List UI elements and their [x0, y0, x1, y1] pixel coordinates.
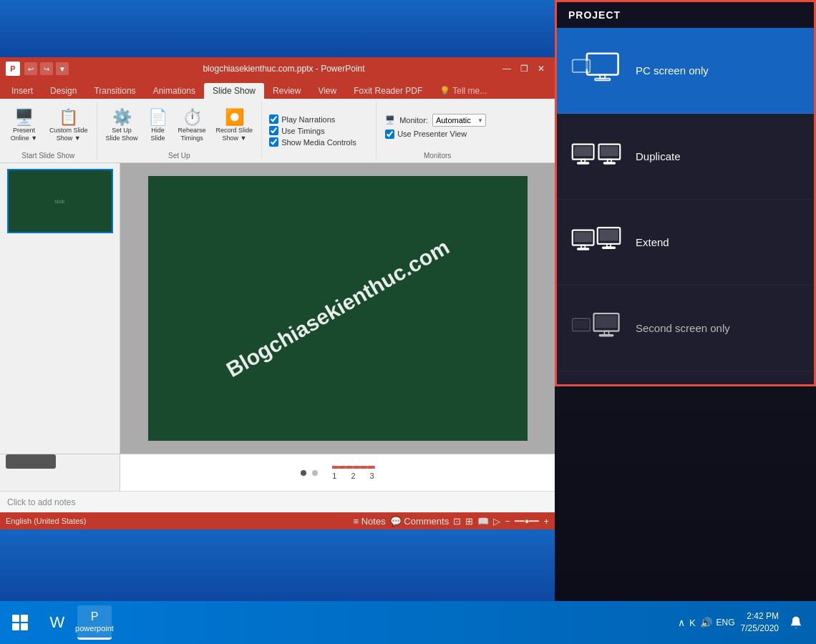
taskbar-word-app[interactable]: W [40, 605, 74, 640]
tab-review[interactable]: Review [264, 83, 309, 99]
play-narrations-check[interactable] [269, 114, 278, 124]
slide-thumbnail-1[interactable]: slide [7, 169, 113, 233]
custom-slide-icon: 📋 [59, 109, 78, 125]
nav-dot-1[interactable] [301, 470, 306, 476]
svg-rect-30 [12, 623, 19, 630]
setup-icon: ⚙️ [112, 109, 132, 125]
hide-slide-button[interactable]: 📄 HideSlide [144, 107, 173, 145]
second-screen-only-icon [571, 309, 621, 348]
svg-rect-27 [599, 334, 613, 336]
powerpoint-window: P ↩ ↪ ▼ blogchiasekienthuc.com.pptx - Po… [0, 57, 555, 530]
tab-animations[interactable]: Animations [145, 83, 204, 99]
ribbon-content: 🖥️ PresentOnline ▼ 📋 Custom SlideShow ▼ … [0, 99, 555, 163]
rehearse-label: RehearseTimings [178, 127, 206, 142]
normal-view-button[interactable]: ⊡ [453, 516, 461, 527]
hide-slide-icon: 📄 [148, 109, 167, 125]
slide-num-1: 1 [332, 472, 336, 480]
play-narrations-row[interactable]: Play Narrations [269, 114, 356, 124]
ribbon-group-monitors: 🖥️ Monitor: Automatic Use Presenter View [377, 102, 498, 160]
use-presenter-view-row[interactable]: Use Presenter View [385, 130, 486, 139]
monitor-select-wrap[interactable]: Automatic [432, 114, 486, 127]
project-item-pc-screen-only[interactable]: PC screen only [557, 28, 814, 114]
monitor-section: 🖥️ Monitor: Automatic Use Presenter View [381, 114, 490, 139]
show-media-controls-check[interactable] [269, 137, 278, 147]
reading-view-button[interactable]: 📖 [477, 516, 489, 527]
use-timings-row[interactable]: Use Timings [269, 126, 356, 135]
notes-status-button[interactable]: ≡ Notes [354, 516, 386, 527]
zoom-out-button[interactable]: − [505, 516, 510, 527]
zoom-slider[interactable]: ━━●━━ [515, 517, 540, 526]
timeline-bar [332, 466, 375, 469]
slide-panel: slide [0, 163, 120, 454]
taskbar-left: W P powerpoint [0, 605, 115, 640]
svg-rect-28 [12, 615, 19, 622]
tab-foxit[interactable]: Foxit Reader PDF [345, 83, 431, 99]
use-timings-check[interactable] [269, 126, 278, 135]
project-item-extend[interactable]: Extend [557, 200, 814, 286]
custom-slide-label: Custom SlideShow ▼ [49, 127, 88, 142]
taskbar-clock[interactable]: 2:42 PM 7/25/2020 [741, 610, 779, 635]
arrow-up-icon[interactable]: ∧ [678, 617, 685, 628]
tab-transitions[interactable]: Transitions [85, 83, 144, 99]
taskbar-time: 2:42 PM [741, 610, 779, 623]
taskbar-ppt-app[interactable]: P powerpoint [77, 605, 112, 640]
ribbon-group-setup: ⚙️ Set UpSlide Show 📄 HideSlide ⏱️ Rehea… [97, 102, 263, 160]
maximize-button[interactable]: ❐ [516, 61, 532, 77]
nav-dot-2[interactable] [312, 470, 318, 476]
monitor-label: Monitor: [399, 116, 428, 125]
tab-slide-show[interactable]: Slide Show [204, 83, 264, 99]
tab-insert[interactable]: Insert [3, 83, 42, 99]
pc-screen-only-icon [571, 52, 621, 90]
svg-rect-3 [595, 78, 610, 80]
checkbox-items: Play Narrations Use Timings Show Media C… [266, 102, 371, 160]
present-online-button[interactable]: 🖥️ PresentOnline ▼ [4, 107, 44, 145]
notification-button[interactable] [785, 611, 807, 634]
svg-rect-13 [604, 162, 616, 164]
powerpoint-icon: P [6, 62, 20, 76]
record-icon: ⏺️ [225, 109, 244, 125]
customize-qs-button[interactable]: ▼ [56, 62, 69, 75]
svg-rect-23 [574, 320, 588, 328]
custom-slide-show-button[interactable]: 📋 Custom SlideShow ▼ [45, 107, 92, 145]
language-indicator: English (United States) [6, 517, 87, 525]
presentation-view-button[interactable]: ▷ [493, 516, 500, 527]
strip-left [0, 454, 120, 491]
comments-status-button[interactable]: 💬 Comments [390, 516, 449, 527]
start-slideshow-buttons: 🖥️ PresentOnline ▼ 📋 Custom SlideShow ▼ [4, 102, 92, 150]
speaker-icon[interactable]: 🔊 [700, 617, 712, 628]
undo-button[interactable]: ↩ [24, 62, 37, 75]
taskbar: W P powerpoint ∧ K 🔊 ENG 2:42 PM 7/25/20… [0, 601, 816, 644]
slide-num-3: 3 [370, 472, 374, 480]
taskbar-date: 7/25/2020 [741, 623, 779, 635]
setup-buttons: ⚙️ Set UpSlide Show 📄 HideSlide ⏱️ Rehea… [102, 102, 258, 150]
project-panel-header: PROJECT [557, 2, 814, 28]
redo-button[interactable]: ↪ [40, 62, 53, 75]
windows-logo-icon [11, 614, 29, 631]
strip-right: 1 2 3 [120, 454, 555, 491]
slide-canvas: Blogchiasekienthuc.com [148, 176, 528, 441]
close-button[interactable]: ✕ [533, 61, 549, 77]
set-up-slide-show-button[interactable]: ⚙️ Set UpSlide Show [102, 107, 142, 145]
present-online-label: PresentOnline ▼ [11, 127, 37, 142]
svg-rect-11 [601, 146, 618, 156]
slide-sorter-button[interactable]: ⊞ [465, 516, 473, 527]
tab-tell-me[interactable]: 💡 Tell me... [431, 83, 495, 99]
project-item-second-screen-only[interactable]: Second screen only [557, 286, 814, 371]
project-item-duplicate[interactable]: Duplicate [557, 114, 814, 200]
tab-view[interactable]: View [309, 83, 345, 99]
tab-design[interactable]: Design [42, 83, 85, 99]
show-media-controls-row[interactable]: Show Media Controls [269, 137, 356, 147]
use-presenter-view-check[interactable] [385, 130, 394, 139]
title-bar-left: P ↩ ↪ ▼ [6, 62, 69, 76]
record-slide-show-button[interactable]: ⏺️ Record SlideShow ▼ [212, 107, 258, 145]
svg-rect-1 [590, 56, 615, 69]
nav-dots [301, 470, 318, 476]
rehearse-timings-button[interactable]: ⏱️ RehearseTimings [174, 107, 210, 145]
minimize-button[interactable]: — [499, 61, 515, 77]
zoom-in-button[interactable]: + [543, 516, 549, 527]
start-button[interactable] [3, 605, 37, 640]
record-label: Record SlideShow ▼ [216, 127, 253, 142]
use-presenter-view-label: Use Presenter View [397, 130, 467, 138]
notification-icon [789, 615, 803, 630]
monitor-select[interactable]: Automatic [432, 114, 486, 127]
